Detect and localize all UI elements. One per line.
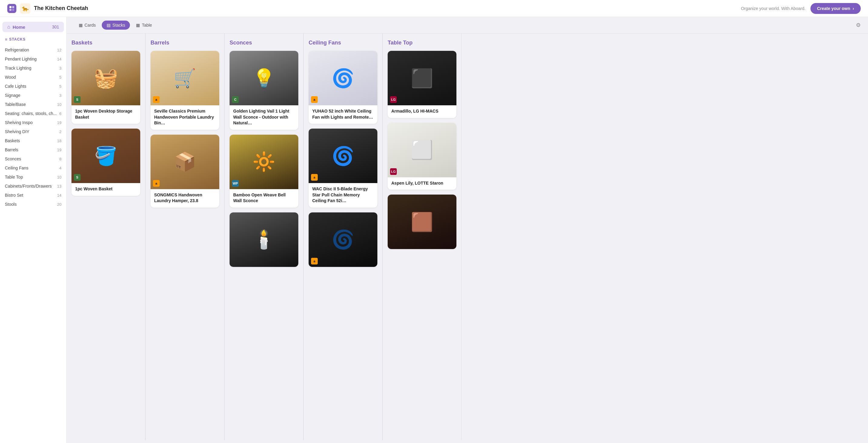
card-body: Aspen Lily, LOTTE Staron [388, 177, 457, 190]
card-image: 🧺 S [71, 51, 140, 105]
view-toolbar: ▦Cards▤Stacks▦Table ⚙ [67, 17, 868, 34]
sidebar-item[interactable]: Shelving DIY 2 [0, 127, 66, 136]
card-body: Armadillo, LG HI-MACS [388, 105, 457, 118]
main-layout: ⌂ Home 301 ≡ STACKS Refrigeration 12 Pen… [0, 17, 868, 443]
sidebar-item-count: 14 [57, 193, 61, 198]
card-image: 🪣 S [71, 129, 140, 183]
brand-name: The Kitchen Cheetah [34, 5, 88, 11]
sidebar-item[interactable]: Sconces 8 [0, 154, 66, 163]
top-navigation: 🐆 The Kitchen Cheetah Organize your worl… [0, 0, 868, 17]
svg-rect-0 [9, 6, 11, 8]
card-body: Bamboo Open Weave Bell Wall Sconce [229, 189, 298, 208]
card-title: Bamboo Open Weave Bell Wall Sconce [233, 192, 295, 204]
card-image: 🌀 a [309, 51, 377, 105]
home-icon: ⌂ [7, 24, 10, 30]
sidebar-item-label: Wood [5, 75, 16, 79]
sidebar-item[interactable]: Refrigeration 12 [0, 45, 66, 55]
card[interactable]: ⬜ LG Aspen Lily, LOTTE Staron [388, 123, 457, 190]
card[interactable]: 🌀 a WAC Disc II 5-Blade Energy Star Pull… [309, 129, 377, 208]
sidebar-item[interactable]: Cabinets/Fronts/Drawers 13 [0, 181, 66, 191]
sidebar-item[interactable]: Wood 5 [0, 73, 66, 82]
tagline: Organize your world. With Aboard. [741, 6, 805, 11]
sidebar-item[interactable]: Ceiling Fans 4 [0, 163, 66, 172]
tab-stacks[interactable]: ▤Stacks [102, 21, 130, 30]
sidebar-item[interactable]: Signage 3 [0, 91, 66, 100]
sidebar-item[interactable]: Baskets 18 [0, 136, 66, 145]
card[interactable]: 🧺 S 1pc Woven Desktop Storage Basket [71, 51, 140, 124]
card-title: Seville Classics Premium Handwoven Porta… [154, 108, 216, 126]
filter-button[interactable]: ⚙ [856, 22, 861, 28]
source-badge: LG [390, 96, 397, 103]
sidebar-item[interactable]: Seating: chairs, stools, ch... 6 [0, 109, 66, 118]
sidebar-item[interactable]: Bistro Set 14 [0, 191, 66, 200]
stack-title: Table Top [388, 40, 457, 46]
card[interactable]: 💡 C Golden Lighting Vail 1 Light Wall Sc… [229, 51, 298, 130]
sidebar-item-count: 4 [59, 166, 61, 170]
sidebar-item-count: 6 [59, 111, 61, 116]
card-title: Golden Lighting Vail 1 Light Wall Sconce… [233, 108, 295, 126]
sidebar-item-label: Refrigeration [5, 47, 29, 53]
source-badge: LG [390, 168, 397, 175]
sidebar-item[interactable]: Barrels 19 [0, 145, 66, 154]
create-own-button[interactable]: Create your own › [810, 3, 861, 14]
view-tabs: ▦Cards▤Stacks▦Table [74, 21, 157, 30]
source-badge: a [153, 96, 160, 103]
sidebar-item-label: Table Top [5, 175, 23, 179]
sidebar-item-count: 19 [57, 148, 61, 152]
stack-title: Ceiling Fans [309, 40, 377, 46]
card-title: Aspen Lily, LOTTE Staron [391, 180, 453, 186]
card[interactable]: 🪣 S 1pc Woven Basket [71, 129, 140, 196]
card-body: Golden Lighting Vail 1 Light Wall Sconce… [229, 105, 298, 130]
sidebar-item[interactable]: Cafe Lights 5 [0, 82, 66, 91]
sidebar-home[interactable]: ⌂ Home 301 [2, 22, 64, 32]
card[interactable]: 🌀 a [309, 212, 377, 267]
card[interactable]: 🛒 a Seville Classics Premium Handwoven P… [151, 51, 219, 130]
card[interactable]: 🕯️ [229, 212, 298, 267]
card-image: 🕯️ [229, 212, 298, 267]
sidebar-item-label: Signage [5, 93, 20, 98]
sidebar-item-count: 3 [59, 66, 61, 70]
tab-table[interactable]: ▦Table [131, 21, 157, 30]
card[interactable]: 🟫 [388, 195, 457, 249]
card-image: 📦 a [151, 135, 219, 189]
card[interactable]: 📦 a SONGMICS Handwoven Laundry Hamper, 2… [151, 135, 219, 208]
stack-title: Baskets [71, 40, 140, 46]
sidebar-item-count: 2 [59, 130, 61, 134]
tab-cards[interactable]: ▦Cards [74, 21, 100, 30]
card-image: 🌀 a [309, 129, 377, 183]
tab-icon: ▤ [106, 23, 111, 28]
nav-left: 🐆 The Kitchen Cheetah [7, 3, 88, 13]
sidebar-item-count: 5 [59, 75, 61, 79]
card-image: 🔆 WP [229, 135, 298, 189]
source-badge: WP [232, 180, 239, 187]
stack-column-barrels: Barrels 🛒 a Seville Classics Premium Han… [146, 34, 224, 440]
sidebar-item[interactable]: Table/Base 10 [0, 100, 66, 109]
sidebar-item[interactable]: Pendant Lighting 14 [0, 55, 66, 64]
card-body: 1pc Woven Desktop Storage Basket [71, 105, 140, 124]
source-badge: a [311, 174, 318, 181]
sidebar-item-count: 14 [57, 57, 61, 61]
tab-label: Cards [85, 23, 96, 28]
source-badge: a [311, 96, 318, 103]
sidebar-item[interactable]: Track Lighting 3 [0, 64, 66, 73]
stacks-section-header: ≡ STACKS [0, 34, 66, 44]
sidebar-item[interactable]: Shelving Inspo 19 [0, 118, 66, 127]
card[interactable]: 🌀 a YUHAO 52 inch White Ceiling Fan with… [309, 51, 377, 124]
sidebar-item-count: 18 [57, 139, 61, 143]
sidebar-item-label: Barrels [5, 147, 18, 152]
sidebar-item[interactable]: Table Top 10 [0, 172, 66, 181]
sidebar-item[interactable]: Stools 20 [0, 200, 66, 209]
sidebar-item-label: Cafe Lights [5, 84, 26, 89]
card[interactable]: ⬛ LG Armadillo, LG HI-MACS [388, 51, 457, 118]
card-title: SONGMICS Handwoven Laundry Hamper, 23.8 [154, 192, 216, 204]
svg-rect-3 [12, 9, 14, 11]
aboard-logo[interactable] [7, 4, 17, 13]
card-image: ⬛ LG [388, 51, 457, 105]
sidebar-item-label: Pendant Lighting [5, 57, 37, 61]
card-image: 💡 C [229, 51, 298, 105]
sidebar-item-label: Ceiling Fans [5, 166, 28, 170]
stacks-icon: ≡ [5, 37, 7, 42]
sidebar-item-count: 20 [57, 202, 61, 207]
card[interactable]: 🔆 WP Bamboo Open Weave Bell Wall Sconce [229, 135, 298, 208]
card-image: ⬜ LG [388, 123, 457, 177]
